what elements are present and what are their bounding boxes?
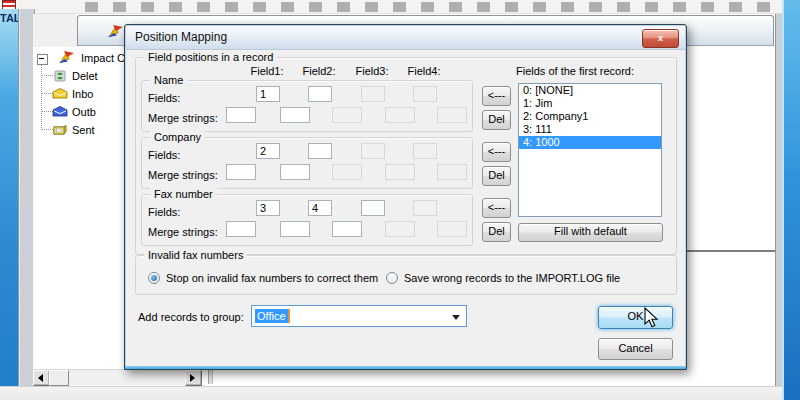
name-merge3-input[interactable]	[332, 107, 362, 123]
fill-with-default-button[interactable]: Fill with default	[518, 223, 663, 242]
record-list-item[interactable]: 2: Company1	[519, 110, 661, 123]
record-list-label: Fields of the first record:	[516, 64, 634, 78]
scroll-right-button[interactable]	[185, 370, 202, 386]
chevron-down-icon[interactable]	[452, 315, 460, 320]
scrollbar-thumb[interactable]	[49, 370, 69, 386]
fax-field1-input[interactable]	[256, 200, 280, 216]
left-aero-border: TAL	[0, 9, 18, 400]
merge-strings-label: Merge strings:	[148, 225, 218, 239]
tree-expand-toggle[interactable]	[37, 54, 48, 65]
stop-on-invalid-radio[interactable]	[148, 272, 160, 284]
inbox-folder-icon	[52, 87, 68, 100]
top-toolbar	[0, 0, 782, 14]
cancel-button[interactable]: Cancel	[598, 338, 673, 360]
company-field4-input[interactable]	[413, 143, 437, 159]
company-field1-input[interactable]	[256, 143, 280, 159]
record-list-item[interactable]: 3: 111	[519, 123, 661, 136]
name-field1-input[interactable]	[256, 86, 280, 102]
record-list-item[interactable]: 4: 1000	[519, 136, 661, 149]
scroll-left-button[interactable]	[33, 370, 50, 386]
app-bird-icon	[107, 24, 125, 39]
fields-label: Fields:	[148, 205, 180, 219]
invalid-fax-group-label: Invalid fax numbers	[144, 249, 247, 262]
tree-item-deleted[interactable]: Delet	[72, 70, 98, 82]
company-group: Company Fields: Merge strings:	[141, 137, 473, 189]
fax-field4-input[interactable]	[413, 200, 437, 216]
fax-del-button[interactable]: Del	[482, 222, 511, 242]
ok-button[interactable]: OK	[598, 306, 673, 329]
company-merge4-input[interactable]	[385, 164, 415, 180]
fax-group-label: Fax number	[150, 188, 217, 201]
company-merge5-input[interactable]	[437, 164, 467, 180]
group-label: Field positions in a record	[144, 51, 277, 64]
tree-item-sent[interactable]: Sent	[72, 124, 95, 136]
company-merge3-input[interactable]	[332, 164, 362, 180]
sent-folder-icon	[52, 123, 68, 136]
tree-connector	[41, 62, 42, 130]
close-icon[interactable]: x	[642, 29, 679, 48]
toolbar-icons-row	[85, 2, 775, 12]
company-del-button[interactable]: Del	[482, 166, 511, 186]
name-group-label: Name	[150, 74, 187, 87]
first-record-listbox[interactable]: 0: [NONE]1: Jim2: Company13: 1114: 1000	[518, 83, 662, 217]
dialog-title: Position Mapping	[135, 30, 227, 44]
group-combobox[interactable]: Office	[251, 305, 467, 327]
triangle-left-icon	[38, 374, 43, 382]
company-merge2-input[interactable]	[280, 164, 310, 180]
company-field2-input[interactable]	[308, 143, 332, 159]
name-field4-input[interactable]	[413, 86, 437, 102]
stop-on-invalid-label[interactable]: Stop on invalid fax numbers to correct t…	[166, 271, 378, 285]
add-records-label: Add records to group:	[138, 310, 244, 324]
fax-field3-input[interactable]	[361, 200, 385, 216]
field4-header: Field4:	[404, 65, 444, 77]
save-wrong-records-radio[interactable]	[386, 272, 398, 284]
fax-merge3-input[interactable]	[332, 221, 362, 237]
position-mapping-dialog: Position Mapping x Field positions in a …	[124, 24, 687, 370]
tree-item-outbox[interactable]: Outb	[72, 106, 96, 118]
tree-item-root[interactable]: Impact C	[81, 52, 125, 64]
name-merge1-input[interactable]	[226, 107, 256, 123]
fields-label: Fields:	[148, 91, 180, 105]
fax-merge2-input[interactable]	[280, 221, 310, 237]
tree-root-icon	[58, 50, 76, 65]
outbox-folder-icon	[52, 105, 68, 118]
combobox-selected-text: Office	[255, 309, 290, 323]
dialog-titlebar[interactable]: Position Mapping	[126, 26, 685, 50]
tree-item-inbox[interactable]: Inbo	[72, 88, 93, 100]
fields-label: Fields:	[148, 148, 180, 162]
merge-strings-label: Merge strings:	[148, 111, 218, 125]
field2-header: Field2:	[299, 65, 339, 77]
name-merge4-input[interactable]	[385, 107, 415, 123]
record-list-item[interactable]: 0: [NONE]	[519, 84, 661, 97]
invalid-fax-group: Invalid fax numbers Stop on invalid fax …	[135, 255, 677, 295]
field3-header: Field3:	[352, 65, 392, 77]
name-field2-input[interactable]	[308, 86, 332, 102]
name-merge2-input[interactable]	[280, 107, 310, 123]
save-wrong-records-label[interactable]: Save wrong records to the IMPORT.LOG fil…	[404, 271, 620, 285]
fax-merge1-input[interactable]	[226, 221, 256, 237]
triangle-right-icon	[190, 374, 195, 382]
fax-assign-button[interactable]: <---	[482, 198, 511, 218]
mouse-cursor	[644, 307, 660, 329]
fax-merge5-input[interactable]	[437, 221, 467, 237]
screen: TAL Message List Impact C Delet Inbo Ou	[0, 0, 800, 400]
fax-field2-input[interactable]	[308, 200, 332, 216]
fax-number-group: Fax number Fields: Merge strings:	[141, 194, 473, 246]
name-del-button[interactable]: Del	[482, 110, 511, 130]
field1-header: Field1:	[247, 65, 287, 77]
right-aero-border	[782, 0, 800, 400]
frame-filler	[33, 14, 77, 47]
name-assign-button[interactable]: <---	[482, 86, 511, 106]
company-field3-input[interactable]	[361, 143, 385, 159]
record-list-item[interactable]: 1: Jim	[519, 97, 661, 110]
status-bar	[0, 386, 782, 400]
horizontal-scrollbar[interactable]	[33, 369, 201, 385]
name-group: Name Fields: Merge strings:	[141, 80, 473, 132]
name-merge5-input[interactable]	[437, 107, 467, 123]
deleted-folder-icon	[52, 69, 68, 82]
fax-merge4-input[interactable]	[385, 221, 415, 237]
company-assign-button[interactable]: <---	[482, 142, 511, 162]
company-merge1-input[interactable]	[226, 164, 256, 180]
merge-strings-label: Merge strings:	[148, 168, 218, 182]
name-field3-input[interactable]	[361, 86, 385, 102]
